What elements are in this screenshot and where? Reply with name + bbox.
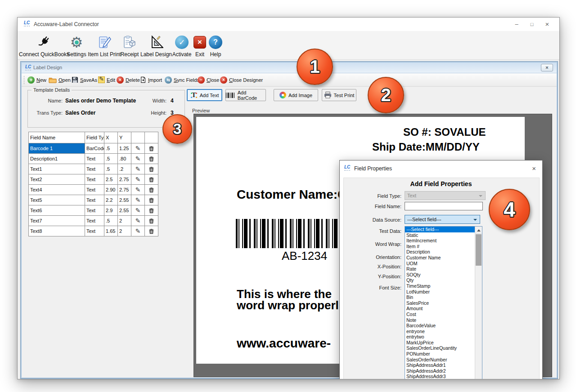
toolbar-exit[interactable]: × Exit bbox=[192, 34, 207, 59]
saveas-button[interactable]: SaveAs bbox=[72, 73, 97, 86]
dropdown-option[interactable]: Cost bbox=[405, 312, 475, 317]
cell-field-name[interactable]: Text4 bbox=[29, 185, 85, 195]
row-delete-button[interactable] bbox=[145, 143, 158, 154]
callout-1: 1 bbox=[297, 49, 333, 85]
dropdown-option[interactable]: BarcodeValue bbox=[405, 323, 475, 329]
row-edit-button[interactable]: ✎ bbox=[131, 195, 145, 205]
row-delete-button[interactable] bbox=[145, 195, 158, 205]
import-button[interactable]: Import bbox=[140, 73, 162, 86]
dropdown-option[interactable]: ShipAddressAddr1 bbox=[405, 362, 475, 368]
cell-field-name[interactable]: Text6 bbox=[29, 205, 85, 216]
toolbar-activate[interactable]: ✓ Activate bbox=[169, 34, 194, 59]
dropdown-option[interactable]: ShipAddressAddr3 bbox=[405, 374, 475, 379]
row-edit-button[interactable]: ✎ bbox=[131, 174, 145, 185]
sync-fields-button[interactable]: ⇆ Sync Fields bbox=[165, 73, 199, 86]
dropdown-option[interactable]: PONumber bbox=[405, 351, 475, 357]
dropdown-option[interactable]: Amount bbox=[405, 306, 475, 312]
row-delete-button[interactable] bbox=[145, 185, 158, 195]
dropdown-option[interactable]: Note bbox=[405, 317, 475, 323]
delete-button[interactable]: × Delete bbox=[117, 73, 140, 86]
table-row[interactable]: Text5 Text 2.2 2.55 ✎ bbox=[29, 195, 158, 205]
table-row[interactable]: Text8 Text 1.65 2 ✎ bbox=[29, 226, 158, 236]
dropdown-option[interactable]: MarkUpPrice bbox=[405, 340, 475, 346]
add-image-button[interactable]: Add Image bbox=[274, 89, 318, 101]
scrollbar-thumb[interactable] bbox=[476, 234, 482, 266]
dropdown-option[interactable]: Item # bbox=[405, 244, 475, 249]
window-controls: – □ × bbox=[509, 18, 555, 31]
cell-field-name[interactable]: Text8 bbox=[29, 226, 85, 236]
edit-button[interactable]: ✎ Edit bbox=[98, 73, 115, 86]
add-barcode-button[interactable]: Add BarCode bbox=[225, 89, 266, 101]
new-button[interactable]: + New bbox=[27, 73, 46, 86]
dialog-close-icon[interactable]: × bbox=[532, 165, 536, 172]
test-print-button[interactable]: Test Print bbox=[322, 89, 356, 101]
dropdown-option[interactable]: LotNumber bbox=[405, 289, 475, 295]
row-edit-button[interactable]: ✎ bbox=[131, 164, 145, 174]
maximize-button[interactable]: □ bbox=[524, 18, 540, 31]
cell-field-name[interactable]: Text1 bbox=[29, 164, 85, 174]
row-edit-button[interactable]: ✎ bbox=[131, 185, 145, 195]
toolbar-grip-handle[interactable] bbox=[23, 76, 25, 85]
dropdown-option[interactable]: Bin bbox=[405, 294, 475, 300]
row-delete-button[interactable] bbox=[145, 205, 158, 216]
data-source-combo[interactable]: ---Select field--- bbox=[405, 215, 480, 224]
dropdown-option[interactable]: SalesPrice bbox=[405, 300, 475, 306]
dropdown-option[interactable]: ---Select field--- bbox=[405, 227, 475, 232]
close-button-designer[interactable]: − Close bbox=[198, 73, 219, 86]
edit-pencil-icon: ✎ bbox=[98, 76, 105, 83]
dropdown-option[interactable]: TimeStamp bbox=[405, 283, 475, 289]
dropdown-option[interactable]: Qty bbox=[405, 277, 475, 283]
close-designer-button[interactable]: × Close Designer bbox=[220, 73, 263, 86]
trash-icon bbox=[149, 197, 154, 203]
dropdown-option[interactable]: Rate bbox=[405, 266, 475, 272]
dropdown-option[interactable]: ItemIncrement bbox=[405, 238, 475, 244]
row-delete-button[interactable] bbox=[145, 154, 158, 164]
minimize-button[interactable]: – bbox=[509, 18, 524, 31]
row-delete-button[interactable] bbox=[145, 164, 158, 174]
dropdown-option[interactable]: SalesOrderNumber bbox=[405, 357, 475, 363]
dropdown-option[interactable]: entryone bbox=[405, 329, 475, 334]
row-edit-button[interactable]: ✎ bbox=[131, 226, 145, 236]
dropdown-option[interactable]: Description bbox=[405, 249, 475, 255]
cell-field-name[interactable]: Description1 bbox=[29, 154, 85, 164]
dropdown-option[interactable]: entrytwo bbox=[405, 334, 475, 340]
add-text-button[interactable]: T Add Text bbox=[187, 89, 222, 101]
cell-field-name[interactable]: Barcode 1 bbox=[29, 143, 85, 154]
dropdown-option[interactable]: Static bbox=[405, 232, 475, 238]
table-row[interactable]: Text2 Text 2.5 2.75 ✎ bbox=[29, 174, 158, 185]
dropdown-option[interactable]: Customer Name bbox=[405, 255, 475, 261]
row-edit-button[interactable]: ✎ bbox=[131, 205, 145, 216]
row-delete-button[interactable] bbox=[145, 226, 158, 236]
open-button[interactable]: Open bbox=[49, 73, 71, 86]
dropdown-option[interactable]: UOM bbox=[405, 261, 475, 267]
row-delete-button[interactable] bbox=[145, 216, 158, 226]
field-name-input[interactable] bbox=[405, 202, 483, 210]
toolbar-help[interactable]: ? Help bbox=[208, 34, 223, 59]
toolbar-label-design[interactable]: Label Design bbox=[138, 34, 174, 59]
cell-field-name[interactable]: Text7 bbox=[29, 216, 85, 226]
data-source-label: Data Source: bbox=[340, 217, 401, 223]
table-row[interactable]: Text6 Text 2.9 2.55 ✎ bbox=[29, 205, 158, 216]
cell-y: .2 bbox=[118, 164, 131, 174]
dropdown-option[interactable]: ShipAddressAddr2 bbox=[405, 368, 475, 374]
table-row[interactable]: Barcode 1 BarCode .5 1.25 ✎ bbox=[29, 143, 158, 154]
field-type-combo: Text bbox=[405, 191, 486, 200]
cell-field-name[interactable]: Text2 bbox=[29, 174, 85, 185]
cell-field-name[interactable]: Text5 bbox=[29, 195, 85, 205]
dropdown-scrollbar[interactable] bbox=[475, 227, 482, 379]
designer-close-box[interactable]: × bbox=[541, 64, 553, 71]
scroll-up-button[interactable] bbox=[475, 227, 482, 234]
table-row[interactable]: Text1 Text .5 .2 ✎ bbox=[29, 164, 158, 174]
table-row[interactable]: Text7 Text .5 2 ✎ bbox=[29, 216, 158, 226]
table-row[interactable]: Description1 Text .5 .80 ✎ bbox=[29, 154, 158, 164]
row-delete-button[interactable] bbox=[145, 174, 158, 185]
group-label: Template Details bbox=[32, 87, 72, 93]
designer-titlebar: LC Label Design × bbox=[22, 62, 557, 73]
row-edit-button[interactable]: ✎ bbox=[131, 143, 145, 154]
dropdown-option[interactable]: SalesOrderLineQuantity bbox=[405, 345, 475, 351]
row-edit-button[interactable]: ✎ bbox=[131, 216, 145, 226]
close-button[interactable]: × bbox=[540, 18, 555, 31]
dropdown-option[interactable]: SOQty bbox=[405, 272, 475, 278]
table-row[interactable]: Text4 Text 2.90 2.75 ✎ bbox=[29, 185, 158, 195]
row-edit-button[interactable]: ✎ bbox=[131, 154, 145, 164]
